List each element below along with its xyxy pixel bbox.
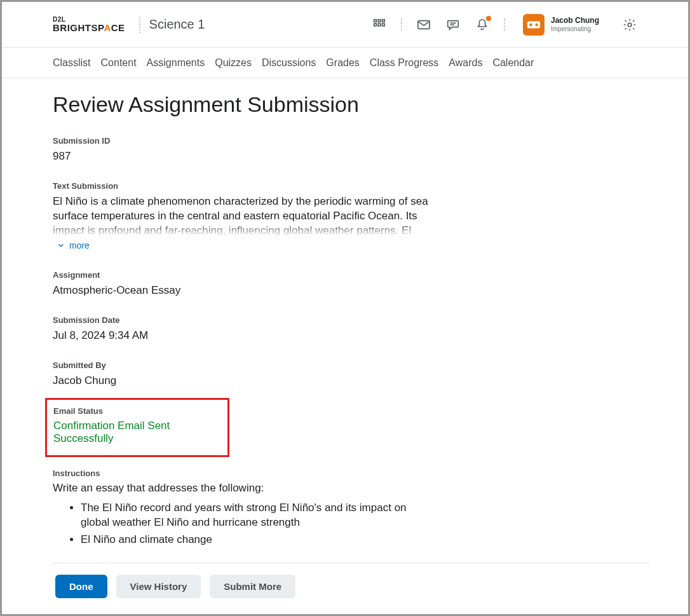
user-menu[interactable]: Jacob Chung Impersonating: [523, 14, 599, 36]
bell-icon[interactable]: [475, 17, 490, 32]
svg-point-10: [529, 23, 532, 25]
user-sub: Impersonating: [551, 25, 599, 33]
more-toggle[interactable]: more: [57, 240, 90, 250]
avatar-vr-icon: [523, 14, 545, 36]
assignment-label: Assignment: [53, 270, 434, 280]
nav-discussions[interactable]: Discussions: [262, 57, 316, 69]
svg-rect-5: [382, 24, 385, 26]
submission-date-value: Jul 8, 2024 9:34 AM: [53, 329, 434, 343]
instructions-label: Instructions: [53, 469, 434, 478]
nav-grades[interactable]: Grades: [326, 57, 359, 69]
svg-point-11: [535, 23, 538, 25]
button-row: Done View History Submit More: [2, 575, 688, 598]
gear-icon[interactable]: [622, 17, 637, 32]
svg-rect-2: [382, 19, 385, 22]
email-status-highlight: Email Status Confirmation Email Sent Suc…: [45, 398, 229, 457]
instructions-intro: Write an essay that addresses the follow…: [53, 482, 434, 495]
svg-rect-4: [378, 24, 381, 26]
content: Review Assignment Submission Submission …: [2, 78, 485, 547]
text-submission-label: Text Submission: [53, 181, 434, 191]
topbar: D2L BRIGHTSPACE Science 1 Jacob Chung: [2, 2, 688, 48]
nav-quizzes[interactable]: Quizzes: [215, 57, 252, 69]
nav-classlist[interactable]: Classlist: [53, 57, 91, 69]
brand-logo[interactable]: D2L BRIGHTSPACE: [53, 17, 125, 32]
logo-brightspace-text: BRIGHTSPACE: [53, 23, 125, 32]
done-button[interactable]: Done: [55, 575, 107, 598]
more-label: more: [69, 240, 90, 250]
view-history-button[interactable]: View History: [116, 575, 201, 598]
submitted-by-value: Jacob Chung: [53, 374, 434, 388]
submission-id-value: 987: [53, 149, 434, 163]
nav-calendar[interactable]: Calendar: [492, 57, 534, 69]
svg-point-12: [628, 23, 632, 27]
svg-rect-3: [374, 24, 377, 26]
course-nav: Classlist Content Assignments Quizzes Di…: [2, 48, 688, 78]
svg-rect-0: [374, 19, 377, 22]
text-submission-body: El Niño is a climate phenomenon characte…: [53, 195, 434, 236]
assignment-value: Atmospheric-Ocean Essay: [53, 284, 434, 298]
page-title: Review Assignment Submission: [53, 92, 434, 117]
topbar-icons: Jacob Chung Impersonating: [372, 14, 637, 36]
instructions-item: The El Niño record and years with strong…: [81, 501, 434, 530]
divider: [139, 17, 140, 33]
nav-assignments[interactable]: Assignments: [147, 57, 205, 69]
divider: [53, 563, 650, 563]
waffle-icon[interactable]: [372, 17, 387, 32]
submit-more-button[interactable]: Submit More: [210, 575, 295, 598]
submitted-by-label: Submitted By: [53, 360, 434, 370]
nav-awards[interactable]: Awards: [449, 57, 482, 69]
nav-content[interactable]: Content: [101, 57, 137, 69]
divider: [401, 18, 402, 31]
user-meta: Jacob Chung Impersonating: [551, 17, 599, 32]
chat-icon[interactable]: [445, 17, 461, 32]
svg-rect-1: [378, 19, 381, 22]
submission-date-label: Submission Date: [53, 315, 434, 325]
user-name: Jacob Chung: [551, 17, 599, 25]
instructions-list: The El Niño record and years with strong…: [53, 501, 434, 547]
email-status-label: Email Status: [53, 406, 221, 416]
instructions-item: El Niño and climate change: [81, 533, 434, 547]
mail-icon[interactable]: [416, 17, 431, 32]
divider: [504, 18, 505, 31]
notification-dot-icon: [486, 16, 491, 21]
nav-class-progress[interactable]: Class Progress: [370, 57, 438, 69]
submission-id-label: Submission ID: [53, 136, 434, 146]
course-title[interactable]: Science 1: [149, 17, 205, 32]
svg-rect-9: [527, 21, 540, 28]
email-status-value: Confirmation Email Sent Successfully: [53, 420, 221, 445]
chevron-down-icon: [57, 241, 65, 250]
